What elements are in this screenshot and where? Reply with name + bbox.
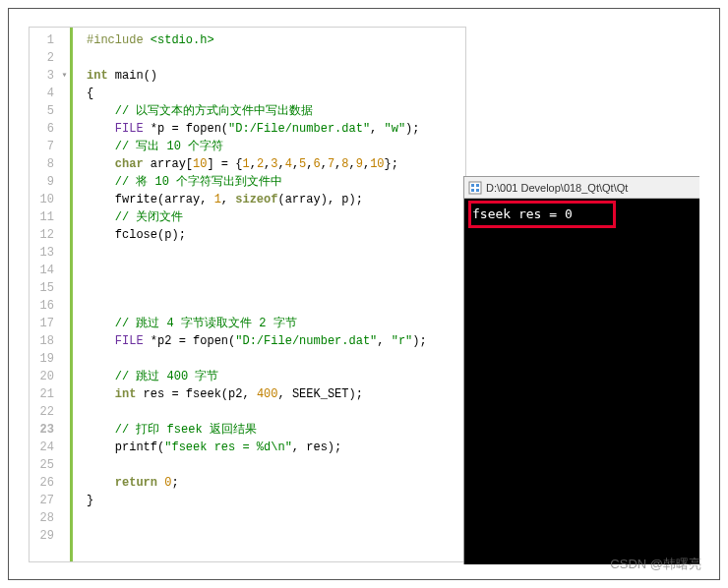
fold-marker bbox=[59, 297, 70, 315]
svg-rect-3 bbox=[471, 189, 474, 192]
fold-marker bbox=[59, 315, 70, 332]
line-number: 22 bbox=[30, 403, 54, 421]
line-number: 5 bbox=[30, 102, 54, 120]
line-number: 7 bbox=[30, 138, 54, 155]
line-number: 2 bbox=[30, 49, 54, 67]
code-line[interactable]: // 打印 fseek 返回结果 bbox=[87, 421, 465, 439]
line-number-gutter: 1234567891011121314151617181920212223242… bbox=[30, 28, 59, 561]
fold-marker bbox=[59, 527, 70, 545]
line-number: 15 bbox=[30, 279, 54, 297]
console-body[interactable]: fseek res = 0 bbox=[464, 199, 699, 564]
fold-marker bbox=[59, 403, 70, 421]
fold-marker bbox=[59, 120, 70, 138]
line-number: 20 bbox=[30, 368, 54, 385]
fold-marker bbox=[59, 191, 70, 208]
line-number: 11 bbox=[30, 208, 54, 226]
code-line[interactable]: FILE *p = fopen("D:/File/number.dat", "w… bbox=[87, 120, 465, 138]
code-line[interactable] bbox=[87, 297, 465, 315]
code-line[interactable]: char array[10] = {1,2,3,4,5,6,7,8,9,10}; bbox=[87, 155, 465, 173]
fold-marker bbox=[59, 226, 70, 244]
fold-marker bbox=[59, 244, 70, 262]
app-icon bbox=[468, 181, 482, 195]
fold-marker bbox=[59, 368, 70, 385]
line-number: 21 bbox=[30, 385, 54, 403]
line-number: 27 bbox=[30, 492, 54, 509]
code-line[interactable] bbox=[87, 350, 465, 368]
code-line[interactable]: int res = fseek(p2, 400, SEEK_SET); bbox=[87, 385, 465, 403]
code-line[interactable]: } bbox=[87, 492, 465, 509]
fold-column[interactable]: ▾ bbox=[59, 28, 73, 561]
line-number: 23 bbox=[30, 421, 54, 439]
line-number: 12 bbox=[30, 226, 54, 244]
code-line[interactable] bbox=[87, 456, 465, 474]
fold-marker bbox=[59, 350, 70, 368]
fold-marker bbox=[59, 102, 70, 120]
line-number: 6 bbox=[30, 120, 54, 138]
code-line[interactable]: // 跳过 4 字节读取文件 2 字节 bbox=[87, 315, 465, 332]
line-number: 3 bbox=[30, 67, 54, 85]
svg-rect-4 bbox=[476, 189, 479, 192]
code-line[interactable] bbox=[87, 49, 465, 67]
code-line[interactable]: printf("fseek res = %d\n", res); bbox=[87, 439, 465, 456]
code-line[interactable] bbox=[87, 279, 465, 297]
code-line[interactable]: fclose(p); bbox=[87, 226, 465, 244]
line-number: 9 bbox=[30, 173, 54, 191]
fold-marker bbox=[59, 173, 70, 191]
code-line[interactable]: // 关闭文件 bbox=[87, 208, 465, 226]
console-window: D:\001 Develop\018_Qt\Qt\Qt fseek res = … bbox=[463, 176, 699, 564]
svg-rect-0 bbox=[469, 182, 481, 194]
fold-marker bbox=[59, 474, 70, 492]
console-title-text: D:\001 Develop\018_Qt\Qt\Qt bbox=[486, 182, 628, 194]
line-number: 19 bbox=[30, 350, 54, 368]
fold-marker bbox=[59, 31, 70, 49]
fold-marker bbox=[59, 279, 70, 297]
fold-marker bbox=[59, 456, 70, 474]
line-number: 28 bbox=[30, 509, 54, 527]
code-line[interactable]: { bbox=[87, 85, 465, 102]
code-line[interactable] bbox=[87, 262, 465, 279]
fold-marker bbox=[59, 439, 70, 456]
code-line[interactable]: // 跳过 400 字节 bbox=[87, 368, 465, 385]
line-number: 26 bbox=[30, 474, 54, 492]
fold-marker bbox=[59, 332, 70, 350]
code-line[interactable]: fwrite(array, 1, sizeof(array), p); bbox=[87, 191, 465, 208]
console-titlebar[interactable]: D:\001 Develop\018_Qt\Qt\Qt bbox=[464, 177, 699, 199]
line-number: 25 bbox=[30, 456, 54, 474]
code-line[interactable]: FILE *p2 = fopen("D:/File/number.dat", "… bbox=[87, 332, 465, 350]
fold-marker bbox=[59, 208, 70, 226]
code-area[interactable]: #include <stdio.h>int main(){ // 以写文本的方式… bbox=[73, 28, 465, 561]
fold-marker bbox=[59, 155, 70, 173]
screenshot-frame: 1234567891011121314151617181920212223242… bbox=[8, 8, 720, 580]
svg-rect-2 bbox=[476, 184, 479, 187]
fold-marker bbox=[59, 138, 70, 155]
code-line[interactable] bbox=[87, 244, 465, 262]
fold-marker bbox=[59, 421, 70, 439]
line-number: 8 bbox=[30, 155, 54, 173]
code-editor[interactable]: 1234567891011121314151617181920212223242… bbox=[29, 27, 466, 562]
line-number: 16 bbox=[30, 297, 54, 315]
code-line[interactable] bbox=[87, 527, 465, 545]
fold-marker bbox=[59, 385, 70, 403]
fold-marker bbox=[59, 492, 70, 509]
line-number: 14 bbox=[30, 262, 54, 279]
line-number: 29 bbox=[30, 527, 54, 545]
line-number: 13 bbox=[30, 244, 54, 262]
code-line[interactable]: // 写出 10 个字符 bbox=[87, 138, 465, 155]
watermark: CSDN @韩曙亮 bbox=[610, 556, 701, 573]
line-number: 18 bbox=[30, 332, 54, 350]
fold-marker bbox=[59, 49, 70, 67]
fold-marker bbox=[59, 262, 70, 279]
code-line[interactable]: int main() bbox=[87, 67, 465, 85]
code-line[interactable] bbox=[87, 403, 465, 421]
code-line[interactable]: #include <stdio.h> bbox=[87, 31, 465, 49]
line-number: 1 bbox=[30, 31, 54, 49]
svg-rect-1 bbox=[471, 184, 474, 187]
line-number: 4 bbox=[30, 85, 54, 102]
fold-marker[interactable]: ▾ bbox=[59, 67, 70, 85]
code-line[interactable]: // 将 10 个字符写出到文件中 bbox=[87, 173, 465, 191]
code-line[interactable]: return 0; bbox=[87, 474, 465, 492]
fold-marker bbox=[59, 85, 70, 102]
code-line[interactable]: // 以写文本的方式向文件中写出数据 bbox=[87, 102, 465, 120]
console-output-line: fseek res = 0 bbox=[472, 206, 692, 221]
code-line[interactable] bbox=[87, 509, 465, 527]
